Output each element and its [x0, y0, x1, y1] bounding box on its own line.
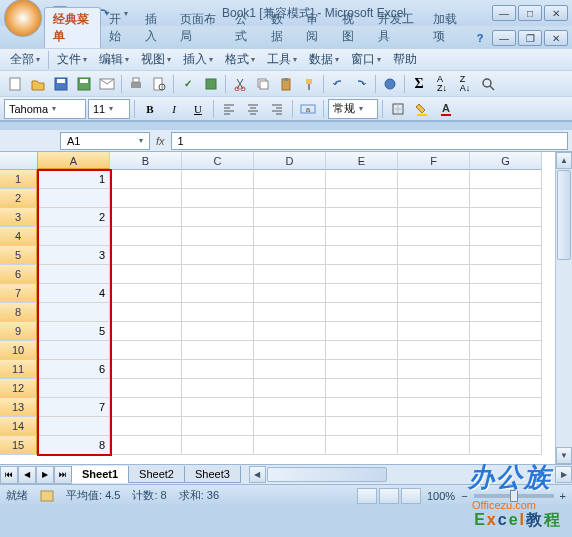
bold-button[interactable]: B — [139, 98, 161, 120]
cell[interactable] — [254, 360, 326, 379]
cell[interactable] — [38, 265, 110, 284]
cell[interactable] — [182, 436, 254, 455]
cell[interactable] — [254, 379, 326, 398]
cell[interactable]: 5 — [38, 322, 110, 341]
minimize-button[interactable]: — — [492, 5, 516, 21]
cut-icon[interactable] — [229, 73, 251, 95]
sheet-nav-next-icon[interactable]: ▶ — [36, 466, 54, 484]
cell[interactable] — [326, 170, 398, 189]
cell[interactable] — [182, 417, 254, 436]
scroll-right-icon[interactable]: ▶ — [555, 466, 572, 483]
cell[interactable] — [110, 227, 182, 246]
cell[interactable] — [470, 246, 542, 265]
cell[interactable] — [398, 379, 470, 398]
sort-desc-icon[interactable]: ZA↓ — [454, 73, 476, 95]
cell[interactable] — [398, 170, 470, 189]
sheet-nav-last-icon[interactable]: ⏭ — [54, 466, 72, 484]
cell[interactable] — [182, 341, 254, 360]
col-header-A[interactable]: A — [38, 152, 110, 170]
cell[interactable] — [182, 398, 254, 417]
cell[interactable] — [254, 265, 326, 284]
cell[interactable] — [254, 398, 326, 417]
paste-icon[interactable] — [275, 73, 297, 95]
view-pagebreak-icon[interactable] — [401, 488, 421, 504]
row-header[interactable]: 13 — [0, 398, 38, 417]
close-button[interactable]: ✕ — [544, 5, 568, 21]
cell[interactable] — [110, 246, 182, 265]
col-header-F[interactable]: F — [398, 152, 470, 170]
cell[interactable] — [398, 246, 470, 265]
cell[interactable] — [110, 379, 182, 398]
cell[interactable] — [398, 360, 470, 379]
cell[interactable] — [182, 265, 254, 284]
cell[interactable] — [398, 265, 470, 284]
cell[interactable] — [182, 360, 254, 379]
menu-view[interactable]: 视图▾ — [135, 49, 177, 70]
cell[interactable] — [398, 189, 470, 208]
find-icon[interactable] — [477, 73, 499, 95]
align-right-icon[interactable] — [266, 98, 288, 120]
row-header[interactable]: 14 — [0, 417, 38, 436]
cell[interactable] — [326, 189, 398, 208]
cell[interactable] — [254, 246, 326, 265]
cell[interactable] — [398, 341, 470, 360]
menu-insert[interactable]: 插入▾ — [177, 49, 219, 70]
zoom-out-button[interactable]: − — [461, 490, 467, 502]
maximize-button[interactable]: □ — [518, 5, 542, 21]
menu-tools[interactable]: 工具▾ — [261, 49, 303, 70]
ribbon-tab-view[interactable]: 视图 — [334, 8, 370, 48]
menu-help[interactable]: 帮助 — [387, 49, 423, 70]
cell[interactable]: 6 — [38, 360, 110, 379]
italic-button[interactable]: I — [163, 98, 185, 120]
cell[interactable] — [254, 227, 326, 246]
menu-format[interactable]: 格式▾ — [219, 49, 261, 70]
fx-icon[interactable]: fx — [150, 135, 171, 147]
cell[interactable] — [326, 436, 398, 455]
scroll-up-icon[interactable]: ▲ — [556, 152, 572, 169]
cell[interactable] — [38, 303, 110, 322]
scroll-left-icon[interactable]: ◀ — [249, 466, 266, 483]
cell[interactable]: 1 — [38, 170, 110, 189]
ribbon-tab-review[interactable]: 审阅 — [298, 8, 334, 48]
cell[interactable] — [182, 246, 254, 265]
cell[interactable] — [398, 436, 470, 455]
cell[interactable] — [326, 227, 398, 246]
cell[interactable] — [470, 284, 542, 303]
cell[interactable] — [326, 303, 398, 322]
office-button[interactable] — [4, 0, 42, 37]
underline-button[interactable]: U — [187, 98, 209, 120]
cell[interactable] — [254, 170, 326, 189]
cell[interactable] — [398, 417, 470, 436]
row-header[interactable]: 2 — [0, 189, 38, 208]
horizontal-scrollbar[interactable]: ◀ ▶ — [249, 466, 572, 483]
cell[interactable] — [254, 284, 326, 303]
borders-icon[interactable] — [387, 98, 409, 120]
col-header-D[interactable]: D — [254, 152, 326, 170]
sheet-nav-prev-icon[interactable]: ◀ — [18, 466, 36, 484]
new-icon[interactable] — [4, 73, 26, 95]
cell[interactable] — [38, 379, 110, 398]
cell[interactable] — [182, 303, 254, 322]
cell[interactable] — [470, 398, 542, 417]
cell[interactable] — [182, 208, 254, 227]
row-header[interactable]: 5 — [0, 246, 38, 265]
cell[interactable] — [254, 189, 326, 208]
cell[interactable] — [110, 208, 182, 227]
row-header[interactable]: 3 — [0, 208, 38, 227]
ribbon-tab-home[interactable]: 开始 — [101, 8, 137, 48]
cell[interactable] — [398, 227, 470, 246]
col-header-B[interactable]: B — [110, 152, 182, 170]
hyperlink-icon[interactable] — [379, 73, 401, 95]
cell[interactable] — [38, 227, 110, 246]
ribbon-tab-layout[interactable]: 页面布局 — [172, 8, 227, 48]
cell[interactable] — [470, 417, 542, 436]
row-header[interactable]: 11 — [0, 360, 38, 379]
cell[interactable] — [326, 284, 398, 303]
research-icon[interactable] — [200, 73, 222, 95]
zoom-percent[interactable]: 100% — [427, 490, 455, 502]
col-header-E[interactable]: E — [326, 152, 398, 170]
vertical-scrollbar[interactable]: ▲ ▼ — [555, 152, 572, 464]
cell[interactable] — [326, 417, 398, 436]
ribbon-tab-data[interactable]: 数据 — [263, 8, 299, 48]
cell[interactable] — [110, 303, 182, 322]
